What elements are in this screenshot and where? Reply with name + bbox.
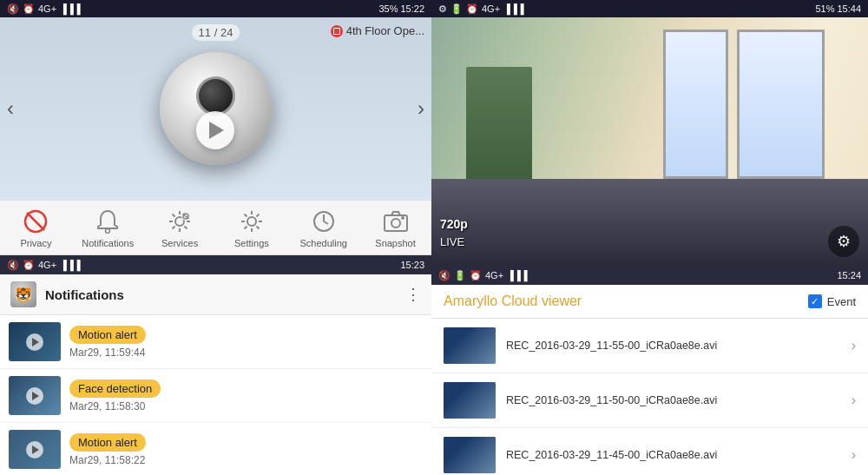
left-status-bar: 🔇 ⏰ 4G+ ▐▐▐ 35% 15:22 (0, 0, 431, 17)
stop-icon (331, 25, 343, 37)
signal-r2: 4G+ (485, 270, 503, 280)
left-panel: 11 / 24 4th Floor Ope... ‹ › (0, 17, 431, 475)
privacy-label: Privacy (20, 238, 51, 248)
alarm-icon: ⏰ (23, 3, 35, 15)
rec-arrow-3: › (852, 447, 856, 463)
cloud-viewer: Amaryllo Cloud viewer ✓ Event REC_2016-0… (431, 285, 868, 475)
cloud-header: Amaryllo Cloud viewer ✓ Event (431, 285, 868, 319)
rec-thumb-2 (444, 382, 496, 419)
toolbar-snapshot[interactable]: Snapshot (370, 208, 422, 248)
alarm-r2: ⏰ (470, 270, 482, 281)
time-right: 15:44 (837, 3, 861, 14)
room-window-2 (663, 30, 728, 179)
live-settings-button[interactable]: ⚙ (828, 226, 859, 257)
privacy-icon (22, 208, 49, 235)
recording-item[interactable]: REC_2016-03-29_11-55-00_iCRa0ae8e.avi › (431, 319, 868, 373)
svg-line-22 (256, 214, 259, 216)
settings-status-icon: ⚙ (438, 3, 447, 15)
rec-name-3: REC_2016-03-29_11-45-00_iCRa0ae8e.avi (506, 449, 841, 461)
toolbar-privacy[interactable]: Privacy (10, 208, 62, 248)
network-r: 4G+ (482, 3, 500, 14)
notif-badge-3: Motion alert (69, 433, 146, 452)
toolbar-services[interactable]: Services (154, 208, 206, 248)
time-l2: 15:23 (400, 260, 424, 270)
rec-thumb-1 (444, 327, 496, 364)
camera-viewer: 11 / 24 4th Floor Ope... ‹ › (0, 17, 431, 200)
event-label: Event (827, 295, 856, 308)
notif-content-1: Motion alert Mar29, 11:59:44 (69, 326, 423, 359)
battery-left: 35% (378, 3, 398, 14)
event-toggle[interactable]: ✓ Event (808, 294, 856, 308)
resolution-badge: 720p (440, 217, 468, 231)
nav-right-button[interactable]: › (418, 96, 424, 121)
right-bottom-status: 🔇 🔋 ⏰ 4G+ ▐▐▐ 15:24 (431, 266, 868, 285)
notif-content-3: Motion alert Mar29, 11:58:22 (69, 433, 423, 466)
nav-left-button[interactable]: ‹ (7, 96, 14, 121)
notif-thumb-2 (9, 376, 61, 415)
svg-line-26 (324, 221, 328, 224)
svg-point-28 (391, 219, 400, 228)
alarm-icon-r: ⏰ (466, 3, 478, 15)
svg-line-20 (244, 214, 247, 216)
snapshot-icon (382, 208, 410, 235)
notifications-label: Notifications (82, 238, 134, 248)
wifi-icon: ▐▐▐ (60, 3, 80, 14)
toolbar: Privacy Notifications (0, 200, 431, 255)
notif-badge-2: Face detection (69, 379, 161, 398)
notif-play-2 (26, 387, 43, 405)
room-couch (431, 179, 868, 266)
bars-r2: ▐▐▐ (507, 270, 527, 280)
scheduling-label: Scheduling (300, 238, 347, 248)
rec-name-2: REC_2016-03-29_11-50-00_iCRa0ae8e.avi (506, 394, 841, 406)
notification-item[interactable]: Face detection Mar29, 11:58:30 (0, 369, 431, 423)
svg-line-9 (185, 226, 187, 228)
notif-thumb-1 (9, 322, 61, 361)
notif-play-3 (26, 441, 43, 459)
notifications-panel: 🐯 Notifications ⋮ Motion alert Mar29, 11… (0, 274, 431, 475)
rec-arrow-1: › (852, 338, 856, 353)
app-logo: 🐯 (10, 281, 36, 307)
battery-right: 51% (815, 3, 834, 14)
left-bottom-status: 🔇 ⏰ 4G+ ▐▐▐ 15:23 (0, 255, 431, 274)
camera-name: 4th Floor Ope... (346, 24, 424, 37)
svg-line-1 (27, 213, 44, 230)
svg-line-11 (173, 226, 175, 228)
play-button[interactable] (196, 111, 234, 149)
notifications-header: 🐯 Notifications ⋮ (0, 274, 431, 315)
toolbar-settings[interactable]: Settings (226, 208, 278, 248)
settings-label: Settings (234, 238, 269, 248)
room-window-1 (737, 30, 825, 179)
right-panel: 720p LIVE ⚙ 🔇 🔋 ⏰ 4G+ ▐▐▐ 15:24 Amaryllo… (431, 17, 868, 475)
svg-line-8 (173, 214, 175, 216)
recording-item[interactable]: REC_2016-03-29_11-45-00_iCRa0ae8e.avi › (431, 428, 868, 475)
toolbar-scheduling[interactable]: Scheduling (298, 208, 350, 248)
rec-arrow-2: › (852, 393, 856, 408)
alarm-icon-l2: ⏰ (23, 260, 35, 271)
bars-l2: ▐▐▐ (60, 260, 80, 270)
battery-icon-r: 🔋 (450, 3, 463, 15)
svg-line-21 (256, 226, 259, 228)
cloud-title: Amaryllo Cloud viewer (444, 294, 582, 309)
svg-point-15 (247, 217, 256, 226)
notifications-menu[interactable]: ⋮ (405, 285, 421, 304)
play-icon (209, 122, 224, 139)
rec-name-1: REC_2016-03-29_11-55-00_iCRa0ae8e.avi (506, 340, 841, 352)
signal-icon: 🔇 (7, 3, 19, 15)
svg-point-29 (401, 216, 404, 220)
scheduling-icon (310, 208, 338, 235)
network-icon: 4G+ (38, 3, 56, 14)
notif-play-1 (26, 333, 43, 351)
time-left: 15:22 (400, 3, 424, 14)
svg-point-2 (106, 228, 110, 233)
notifications-title: Notifications (45, 287, 397, 302)
mute-icon-l2: 🔇 (7, 260, 19, 271)
recording-item[interactable]: REC_2016-03-29_11-50-00_iCRa0ae8e.avi › (431, 373, 868, 428)
toolbar-notifications[interactable]: Notifications (82, 208, 134, 248)
notif-time-1: Mar29, 11:59:44 (69, 346, 423, 359)
notification-item[interactable]: Motion alert Mar29, 11:58:22 (0, 423, 431, 475)
mute-r: 🔇 (438, 270, 450, 281)
camera-title: 4th Floor Ope... (331, 24, 424, 37)
svg-line-23 (244, 226, 247, 228)
notification-item[interactable]: Motion alert Mar29, 11:59:44 (0, 315, 431, 369)
event-checkbox[interactable]: ✓ (808, 294, 822, 308)
